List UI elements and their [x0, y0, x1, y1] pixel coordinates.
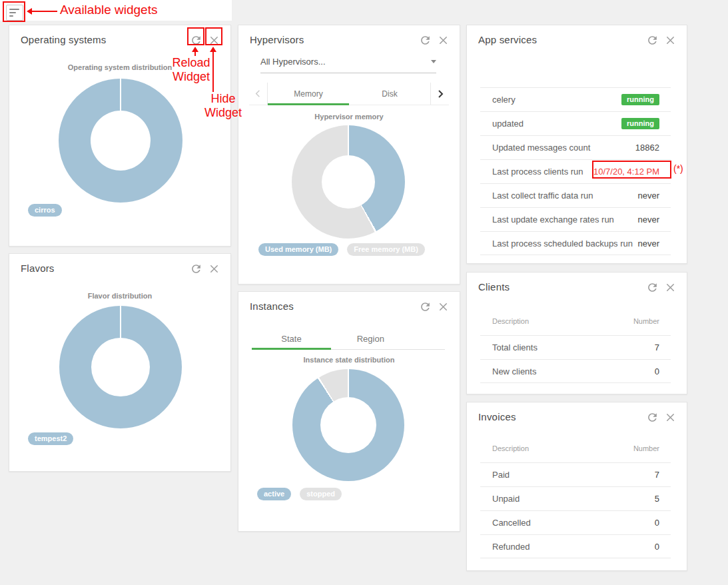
donut-hole — [320, 397, 376, 453]
widget-clients: Clients Description Number Total clients… — [466, 272, 687, 394]
column-header: Description — [492, 317, 529, 325]
hide-widget-button[interactable] — [208, 263, 220, 275]
legend-item[interactable]: stopped — [300, 488, 342, 500]
legend-item[interactable]: Used memory (MB) — [258, 243, 338, 256]
row-value: 0 — [655, 366, 659, 376]
reload-icon — [646, 411, 659, 424]
service-label: updated — [492, 119, 524, 129]
hypervisor-select[interactable]: All Hypervisors... — [260, 57, 436, 73]
row-label: Paid — [492, 470, 510, 480]
donut-chart — [292, 125, 405, 239]
hide-widget-button[interactable] — [437, 34, 450, 47]
donut-chart — [292, 369, 404, 481]
clients-table: Total clients 7 New clients 0 — [480, 335, 671, 383]
widget-hypervisors: Hypervisors All Hypervisors... Memory Di… — [238, 25, 460, 285]
invoices-table: Paid 7 Unpaid 5 Cancelled 0 Refunded 0 — [480, 462, 671, 558]
reload-icon — [190, 34, 202, 47]
row-value: 7 — [655, 342, 659, 352]
widget-instances: Instances State Region Instance state di… — [238, 291, 460, 532]
chevron-left-icon — [253, 89, 263, 99]
reload-widget-button[interactable] — [646, 281, 659, 294]
top-bar — [0, 0, 232, 21]
tab-state[interactable]: State — [252, 328, 331, 349]
list-item: Last process clients run 10/7/20, 4:12 P… — [480, 159, 671, 183]
row-label: Refunded — [492, 542, 530, 552]
app-services-list: celery running updated running Updated m… — [480, 87, 671, 255]
close-icon — [208, 34, 220, 47]
service-value: never — [637, 191, 659, 201]
row-value: 7 — [655, 470, 659, 480]
instances-tabs: State Region — [252, 328, 445, 350]
chart-title: Hypervisor memory — [238, 113, 460, 121]
widget-app-services: App services celery running updated runn… — [466, 25, 687, 264]
reload-icon — [646, 34, 659, 47]
row-value: 0 — [655, 542, 659, 552]
legend-item[interactable]: cirros — [28, 204, 62, 217]
row-value: 0 — [655, 518, 659, 528]
legend-item[interactable]: active — [257, 488, 291, 500]
tabs-scroll-right-button[interactable] — [431, 83, 449, 105]
reload-widget-button[interactable] — [190, 34, 202, 47]
row-label: New clients — [492, 366, 536, 376]
reload-widget-button[interactable] — [646, 34, 659, 47]
widget-operating-systems: Operating systems Operating system distr… — [9, 25, 231, 247]
chart-title: Operating system distribution — [9, 63, 230, 71]
widget-invoices: Invoices Description Number Paid 7 Unpai… — [466, 402, 687, 571]
list-item: Last process scheduled backups run never — [480, 231, 671, 255]
service-value-highlighted: 10/7/20, 4:12 PM — [593, 167, 659, 177]
tab-disk[interactable]: Disk — [349, 83, 430, 105]
chevron-right-icon — [435, 89, 446, 99]
reload-widget-button[interactable] — [419, 34, 432, 47]
close-icon — [664, 411, 677, 424]
donut-chart — [59, 306, 182, 428]
column-header: Number — [633, 444, 659, 452]
hypervisor-select-value: All Hypervisors... — [260, 57, 326, 67]
service-label: Last process clients run — [492, 167, 583, 177]
reload-widget-button[interactable] — [646, 411, 659, 424]
table-row: Refunded 0 — [480, 534, 671, 558]
tabs-viewport: Memory Disk — [267, 83, 431, 105]
legend-item[interactable]: Free memory (MB) — [347, 243, 425, 256]
status-badge: running — [621, 94, 659, 105]
row-label: Total clients — [492, 342, 538, 352]
reload-icon — [419, 300, 432, 313]
service-value: never — [637, 215, 659, 225]
hide-widget-button[interactable] — [208, 34, 220, 47]
service-label: Last collect traffic data run — [492, 191, 593, 201]
chart-title: Instance state distribution — [238, 356, 460, 364]
legend-item[interactable]: tempest2 — [28, 432, 73, 445]
close-icon — [437, 300, 450, 313]
row-label: Cancelled — [492, 518, 531, 528]
reload-icon — [646, 281, 659, 294]
hide-widget-button[interactable] — [437, 300, 450, 313]
available-widgets-button[interactable] — [6, 5, 23, 21]
reload-widget-button[interactable] — [190, 263, 202, 275]
widget-flavors: Flavors Flavor distribution tempest2 — [9, 253, 231, 472]
list-item: celery running — [480, 87, 671, 111]
hypervisor-tabs: Memory Disk — [249, 83, 449, 105]
reload-widget-button[interactable] — [419, 300, 432, 313]
list-item: Last update exchange rates run never — [480, 207, 671, 231]
table-header: Description Number — [492, 444, 659, 452]
donut-hole — [91, 338, 150, 396]
tabs-scroll-left-button[interactable] — [249, 83, 267, 105]
service-label: celery — [492, 95, 516, 105]
tab-memory[interactable]: Memory — [268, 83, 349, 105]
widget-title: App services — [478, 34, 537, 45]
hide-widget-button[interactable] — [664, 411, 677, 424]
widget-title: Flavors — [21, 263, 55, 274]
hide-widget-button[interactable] — [664, 281, 677, 294]
table-header: Description Number — [492, 317, 659, 325]
hide-widget-button[interactable] — [664, 34, 677, 47]
table-row: Paid 7 — [480, 462, 671, 486]
service-label: Updated messages count — [492, 143, 590, 153]
widget-title: Hypervisors — [250, 34, 304, 45]
row-value: 5 — [655, 494, 659, 504]
close-icon — [664, 281, 677, 294]
reload-icon — [190, 263, 202, 275]
service-label: Last process scheduled backups run — [492, 239, 633, 249]
table-row: Total clients 7 — [480, 335, 671, 359]
reload-icon — [419, 34, 432, 47]
table-row: Cancelled 0 — [480, 510, 671, 534]
tab-region[interactable]: Region — [331, 328, 410, 349]
